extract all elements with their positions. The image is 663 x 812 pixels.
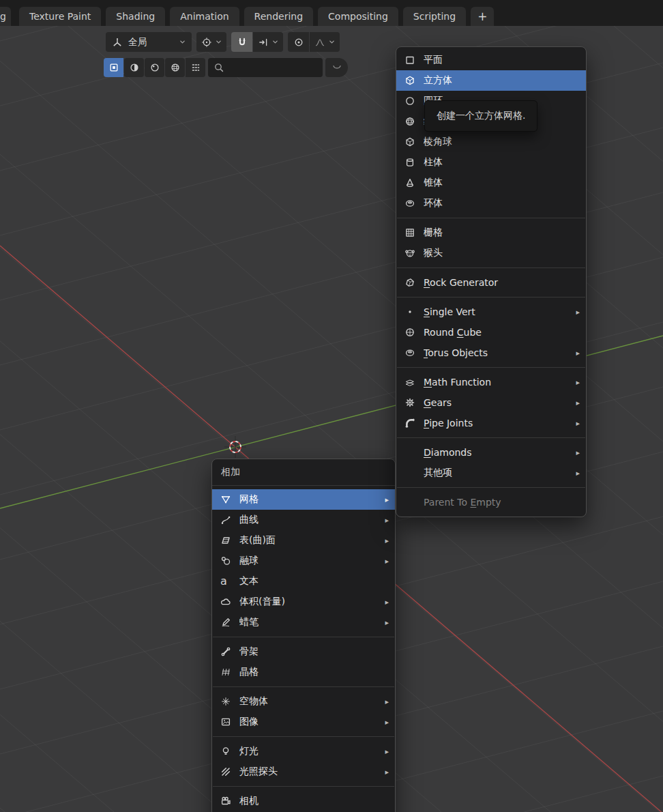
menu-item-label: Round Cube	[424, 327, 569, 338]
math-function-icon	[404, 377, 424, 388]
menu-item-label: Rock Generator	[424, 277, 569, 288]
shading-material-button[interactable]	[145, 58, 164, 77]
tooltip-text: 创建一个立方体网格.	[437, 110, 525, 121]
workspace-tab-compositing[interactable]: Compositing	[318, 7, 398, 26]
proportional-falloff-dropdown[interactable]	[310, 32, 340, 52]
pivot-point-dropdown[interactable]	[196, 32, 226, 52]
add-menu-item-row-1[interactable]: 曲线▸	[212, 510, 395, 530]
search-input[interactable]	[229, 62, 317, 74]
round-cube-icon	[404, 327, 424, 338]
menu-item-label: 灯光	[239, 745, 378, 757]
chevron-down-icon	[272, 39, 278, 45]
mesh-menu-item-row-5[interactable]: 柱体	[396, 152, 586, 173]
volume-icon	[220, 596, 239, 607]
workspace-tab-g[interactable]: g	[0, 7, 11, 26]
tooltip: 创建一个立方体网格.	[424, 100, 537, 132]
add-menu-separator	[212, 682, 395, 691]
sphere-texture-icon	[170, 62, 181, 73]
plane-icon	[404, 55, 424, 66]
submenu-arrow-icon: ▸	[569, 448, 580, 457]
mesh-menu-item-row-4[interactable]: 棱角球	[396, 132, 586, 152]
menu-item-label: 锥体	[424, 177, 569, 189]
mesh-menu-item-row-6[interactable]: 锥体	[396, 173, 586, 193]
new-workspace-button[interactable]: +	[471, 7, 494, 26]
add-menu-item-row-9[interactable]: 晶格	[212, 662, 395, 682]
add-menu-item-row-11[interactable]: 空物体▸	[212, 691, 395, 712]
filter-pill-button[interactable]	[325, 58, 348, 77]
workspace-tab-shading[interactable]: Shading	[106, 7, 165, 26]
menu-item-label: 平面	[424, 54, 569, 66]
submenu-arrow-icon: ▸	[378, 718, 389, 727]
add-menu-separator	[212, 633, 395, 641]
workspace-tab-scripting[interactable]: Scripting	[403, 7, 466, 26]
workspace-tab-rendering[interactable]: Rendering	[244, 7, 314, 26]
menu-item-label: Parent To Empty	[424, 497, 569, 508]
submenu-arrow-icon: ▸	[569, 349, 580, 358]
mesh-menu-item-pipe-joints[interactable]: Pipe Joints▸	[396, 413, 586, 433]
metaball-icon	[220, 555, 239, 566]
add-menu-item-row-2[interactable]: 表(曲)面▸	[212, 530, 395, 551]
shading-texture-button[interactable]	[165, 58, 185, 77]
menu-item-label: 图像	[239, 716, 378, 728]
menu-item-label: 棱角球	[424, 136, 569, 148]
menu-item-label: Gears	[424, 397, 569, 408]
add-menu-item-row-6[interactable]: 蜡笔▸	[212, 612, 395, 633]
mesh-menu-item-row-9[interactable]: 栅格	[396, 222, 586, 243]
submenu-arrow-icon: ▸	[378, 495, 389, 504]
submenu-arrow-icon: ▸	[378, 516, 389, 525]
mesh-menu-item-round-cube[interactable]: Round Cube	[396, 322, 586, 343]
chevron-down-icon	[179, 39, 186, 45]
add-menu-item-row-0[interactable]: 网格▸	[212, 489, 395, 510]
overlay-stamp-button[interactable]	[186, 58, 205, 77]
menu-item-label: 蜡笔	[239, 616, 378, 628]
search-box[interactable]	[208, 58, 323, 77]
mesh-menu-item-single-vert[interactable]: Single Vert▸	[396, 302, 586, 322]
add-menu-item-row-14[interactable]: 灯光▸	[212, 741, 395, 762]
submenu-arrow-icon: ▸	[378, 747, 389, 756]
mesh-menu-item-torus-objects[interactable]: Torus Objects▸	[396, 343, 586, 363]
workspace-tab-texture-paint[interactable]: Texture Paint	[19, 7, 101, 26]
menu-item-label: 晶格	[239, 666, 378, 678]
mesh-menu-separator	[396, 363, 586, 372]
tool-group: 全局	[106, 32, 192, 52]
mesh-menu-item-row-10[interactable]: 猴头	[396, 243, 586, 263]
empty-axes-icon	[220, 696, 239, 707]
text-icon: a	[220, 576, 239, 587]
mesh-menu-item-row-7[interactable]: 环体	[396, 193, 586, 214]
mesh-menu-item-row-0[interactable]: 平面	[396, 50, 586, 70]
add-menu-items: 网格▸曲线▸表(曲)面▸融球▸a文本体积(音量)▸蜡笔▸骨架晶格空物体▸图像▸灯…	[212, 489, 395, 811]
mesh-menu-item-diamonds[interactable]: Diamonds▸	[396, 442, 586, 463]
menu-item-label: Pipe Joints	[424, 418, 569, 429]
menu-item-label: 表(曲)面	[239, 534, 378, 547]
add-menu-item-row-12[interactable]: 图像▸	[212, 712, 395, 732]
add-menu-separator	[212, 782, 395, 791]
snap-settings-dropdown[interactable]	[253, 32, 283, 52]
menu-item-label: 骨架	[239, 646, 378, 658]
add-menu-item-row-3[interactable]: 融球▸	[212, 551, 395, 571]
menu-item-label: 体积(音量)	[239, 596, 378, 608]
menu-item-label: Torus Objects	[424, 347, 569, 358]
add-menu-item-row-8[interactable]: 骨架	[212, 641, 395, 662]
viewport-header-row1: 全局	[106, 32, 340, 52]
add-menu-item-row-15[interactable]: 光照探头▸	[212, 762, 395, 782]
mesh-menu-item-math-function[interactable]: Math Function▸	[396, 372, 586, 392]
tweak-select-button[interactable]	[104, 58, 123, 77]
add-menu-item-row-4[interactable]: a文本	[212, 571, 395, 592]
workspace-tab-animation[interactable]: Animation	[170, 7, 239, 26]
mesh-menu-item-row-23[interactable]: 其他项▸	[396, 463, 586, 483]
mesh-menu-item-gears[interactable]: Gears▸	[396, 392, 586, 413]
transform-orientation-dropdown[interactable]: 全局	[106, 32, 192, 52]
menu-item-label: 环体	[424, 197, 569, 209]
submenu-arrow-icon: ▸	[378, 768, 389, 777]
image-icon	[220, 716, 239, 727]
monkey-icon	[404, 248, 424, 259]
viewport-header-row2	[104, 58, 348, 77]
add-menu-item-row-17[interactable]: 相机	[212, 791, 395, 811]
shading-solid-button[interactable]	[124, 58, 144, 77]
proportional-editing-toggle[interactable]	[288, 32, 309, 52]
mesh-menu-item-row-1[interactable]: 立方体	[396, 70, 586, 91]
add-menu-item-row-5[interactable]: 体积(音量)▸	[212, 592, 395, 612]
mesh-menu-item-rock-generator[interactable]: Rock Generator	[396, 272, 586, 293]
snap-target-icon	[258, 37, 269, 48]
snap-toggle-button[interactable]	[231, 32, 252, 52]
